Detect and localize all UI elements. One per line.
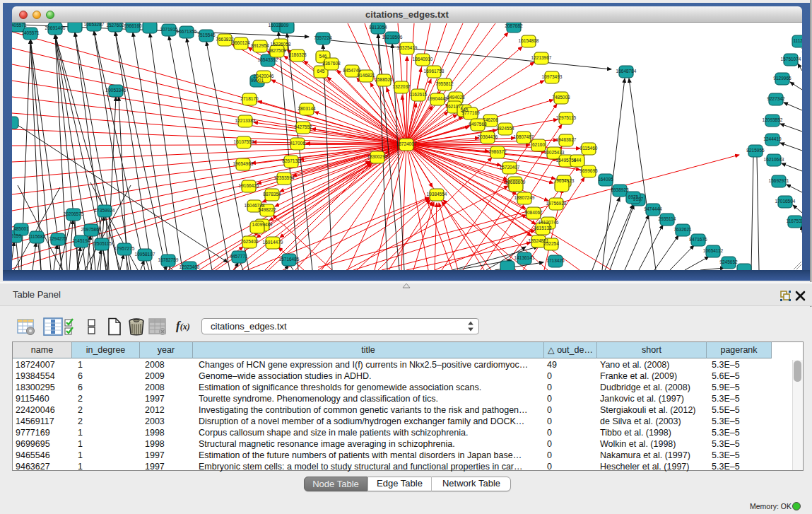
svg-text:6975: 6975 [628,194,639,199]
svg-text:17957275: 17957275 [114,246,135,251]
svg-text:17016504: 17016504 [775,199,796,204]
svg-text:15226058: 15226058 [271,42,291,47]
svg-text:13325419: 13325419 [397,45,418,50]
svg-text:644: 644 [574,158,582,163]
svg-text:8938923: 8938923 [611,187,629,192]
svg-text:1615132: 1615132 [534,226,552,230]
svg-text:9427552: 9427552 [294,124,312,129]
svg-text:99901: 99901 [251,78,264,83]
svg-text:15751074: 15751074 [781,57,801,62]
svg-text:12923468: 12923468 [180,264,200,269]
svg-text:10025433: 10025433 [544,150,565,155]
svg-text:6966160: 6966160 [124,23,142,28]
svg-text:23420046: 23420046 [254,74,274,78]
svg-text:7515546: 7515546 [197,33,216,37]
svg-text:19218506: 19218506 [382,35,403,40]
svg-text:20975867: 20975867 [81,227,102,232]
svg-text:19384554: 19384554 [427,192,447,197]
svg-text:252254: 252254 [543,241,559,246]
svg-text:14136141: 14136141 [514,255,535,260]
svg-text:20206575: 20206575 [64,211,84,216]
svg-text:12213383: 12213383 [235,118,256,123]
svg-text:12213967: 12213967 [531,55,552,60]
svg-text:8878354: 8878354 [263,192,281,197]
svg-text:645: 645 [317,69,325,74]
svg-text:1167533: 1167533 [787,218,802,223]
svg-text:7485003: 7485003 [552,95,570,100]
svg-text:9660124: 9660124 [232,40,250,45]
svg-text:1713426: 1713426 [546,258,565,263]
svg-text:8186328: 8186328 [288,52,307,57]
svg-text:39159: 39159 [12,233,21,238]
svg-text:8267130: 8267130 [282,158,300,163]
svg-text:16914479: 16914479 [263,240,283,245]
svg-text:9457771: 9457771 [230,254,248,259]
svg-text:8454749: 8454749 [343,68,361,73]
svg-text:1244419: 1244419 [763,136,782,141]
svg-text:7632621: 7632621 [673,227,692,232]
svg-text:1071915: 1071915 [160,27,178,32]
svg-text:417006: 417006 [290,141,305,146]
svg-text:16154808: 16154808 [519,38,539,43]
svg-text:8813054: 8813054 [369,25,387,30]
svg-text:62160: 62160 [532,142,545,147]
svg-text:2087682: 2087682 [505,23,523,28]
svg-text:20364436: 20364436 [478,134,498,139]
svg-text:17359924: 17359924 [95,208,115,213]
svg-text:7986372: 7986372 [488,149,507,154]
svg-text:16648784: 16648784 [616,69,637,74]
svg-text:16543392: 16543392 [258,57,278,62]
svg-text:19756928: 19756928 [546,201,567,206]
svg-text:10653287: 10653287 [84,23,105,27]
svg-text:12975115: 12975115 [556,115,577,120]
svg-text:9115460: 9115460 [580,146,598,151]
svg-text:16107553: 16107553 [234,139,254,144]
svg-text:14099489: 14099489 [252,222,273,227]
svg-text:9699695: 9699695 [579,168,598,173]
svg-text:9777169: 9777169 [461,110,480,115]
svg-text:12093852: 12093852 [763,117,783,122]
svg-text:9827509: 9827509 [268,48,286,53]
svg-text:16671355: 16671355 [177,29,197,34]
svg-text:7625402: 7625402 [240,239,259,244]
svg-text:6497568: 6497568 [469,122,487,127]
svg-text:10688609: 10688609 [505,180,526,185]
svg-text:16782759: 16782759 [158,257,179,262]
svg-text:9084067: 9084067 [524,210,543,215]
svg-text:10654112: 10654112 [703,248,724,253]
svg-text:1294275: 1294275 [49,236,67,241]
svg-text:9245652: 9245652 [719,259,738,264]
svg-text:5498222: 5498222 [258,207,276,212]
svg-text:18724007: 18724007 [396,141,417,146]
svg-text:2935114: 2935114 [659,216,676,221]
svg-text:12353594: 12353594 [274,175,295,180]
svg-text:10958107: 10958107 [135,252,155,257]
svg-text:9146821: 9146821 [357,73,375,78]
svg-text:18640910: 18640910 [413,57,433,62]
svg-text:1405571: 1405571 [21,30,40,35]
svg-text:8471676: 8471676 [689,237,707,242]
svg-text:15692971: 15692971 [769,178,789,183]
svg-text:15720407: 15720407 [500,165,520,170]
svg-text:10807487: 10807487 [514,134,534,139]
svg-text:2367608: 2367608 [322,61,341,66]
svg-text:9227342: 9227342 [767,96,785,101]
svg-text:8215955: 8215955 [746,148,765,153]
svg-text:9474444: 9474444 [644,206,662,211]
svg-text:1405571: 1405571 [12,23,27,28]
svg-text:19166425: 19166425 [239,183,259,188]
svg-text:10973493: 10973493 [542,74,563,79]
svg-text:18300295: 18300295 [367,154,388,159]
svg-text:18807249: 18807249 [514,195,535,200]
svg-text:7357224: 7357224 [314,35,332,40]
svg-text:20053346: 20053346 [106,88,126,93]
svg-text:19654923: 19654923 [554,178,575,183]
svg-text:19654963: 19654963 [233,161,254,166]
svg-text:1162615: 1162615 [410,92,428,97]
svg-text:11127: 11127 [793,38,802,43]
svg-text:3824554: 3824554 [496,126,514,131]
svg-text:1322037: 1322037 [392,84,411,89]
svg-text:164095: 164095 [598,177,613,182]
svg-text:6494028: 6494028 [447,95,465,100]
svg-text:2803144: 2803144 [298,106,316,111]
